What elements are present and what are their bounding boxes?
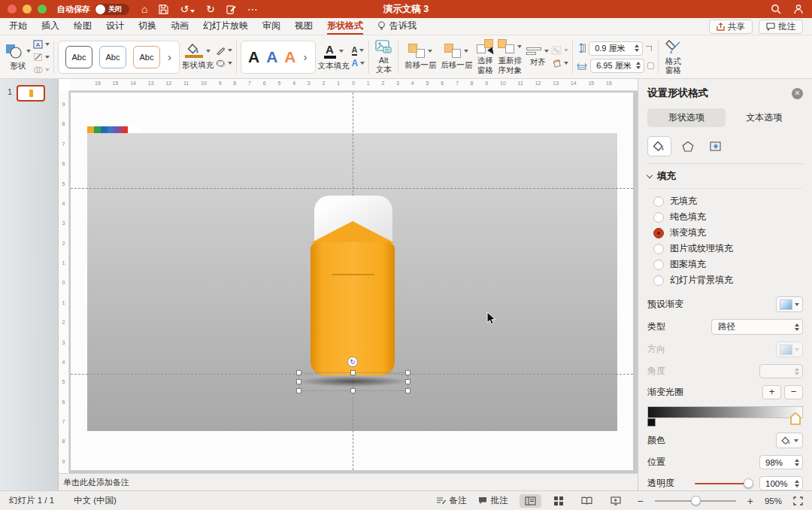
close-panel-icon[interactable]: ✕: [792, 88, 803, 99]
transparency-slider[interactable]: [695, 478, 753, 488]
minimize-window-button[interactable]: [23, 5, 32, 14]
transparency-stepper[interactable]: [795, 480, 799, 487]
wordart-styles-more-button[interactable]: ›: [303, 50, 308, 63]
tab-review[interactable]: 审阅: [262, 18, 280, 35]
radio-selected-icon[interactable]: [653, 228, 664, 238]
reading-view-button[interactable]: [576, 494, 598, 507]
shape-height-field[interactable]: 0.9 厘米: [589, 41, 643, 56]
lock-aspect-ratio-checkbox[interactable]: [647, 62, 654, 69]
text-outline-button[interactable]: A: [352, 45, 365, 56]
width-stepper[interactable]: [636, 62, 641, 69]
notes-toggle-button[interactable]: 备注: [436, 495, 467, 506]
selection-handle-top-right[interactable]: [405, 370, 411, 375]
home-icon[interactable]: ⌂: [141, 4, 147, 14]
position-stepper[interactable]: [795, 459, 799, 466]
radio-icon[interactable]: [653, 275, 664, 286]
shape-style-option-2[interactable]: Abc: [99, 46, 126, 68]
tab-tell-me[interactable]: 告诉我: [377, 18, 417, 35]
radio-icon[interactable]: [653, 260, 664, 270]
tab-shape-format[interactable]: 形状格式: [327, 18, 363, 35]
effects-tab[interactable]: [676, 136, 700, 156]
reorder-objects-button[interactable]: 重新排序对象: [495, 39, 524, 74]
more-commands-icon[interactable]: ⋯: [247, 4, 258, 14]
zoom-out-button[interactable]: −: [638, 495, 644, 507]
shape-fill-button[interactable]: 形状填充: [180, 44, 216, 69]
remove-gradient-stop-button[interactable]: −: [784, 385, 803, 399]
redo-icon[interactable]: ↻: [206, 4, 215, 14]
tab-insert[interactable]: 插入: [41, 18, 59, 35]
wordart-style-option-2[interactable]: A: [266, 49, 277, 65]
search-icon[interactable]: [771, 4, 781, 14]
merge-shapes-button[interactable]: [33, 65, 50, 75]
normal-view-button[interactable]: [520, 494, 541, 508]
gradient-stop-selected[interactable]: [790, 412, 801, 425]
fill-section-header[interactable]: 填充: [647, 164, 803, 189]
radio-icon[interactable]: [653, 196, 664, 207]
format-pane-button[interactable]: 格式窗格: [662, 39, 683, 74]
comments-button[interactable]: 批注: [759, 20, 803, 34]
wordart-style-option-1[interactable]: A: [248, 49, 259, 65]
gradient-type-dropdown[interactable]: 路径: [711, 319, 803, 335]
slide-editing-canvas[interactable]: ↻: [69, 91, 638, 473]
alt-text-button[interactable]: Alt文本: [373, 40, 394, 74]
language-indicator[interactable]: 中文 (中国): [74, 495, 117, 506]
selection-handle-middle-right[interactable]: [405, 379, 411, 384]
close-window-button[interactable]: [8, 5, 17, 14]
draw-icon[interactable]: [226, 5, 236, 14]
preset-gradient-dropdown[interactable]: [776, 296, 803, 312]
comments-toggle-button[interactable]: 批注: [478, 495, 508, 506]
zoom-slider[interactable]: [655, 496, 736, 505]
autosave-toggle[interactable]: 关闭: [95, 4, 129, 15]
undo-icon[interactable]: ↺: [180, 4, 195, 14]
transparency-field[interactable]: 100%: [759, 476, 803, 490]
tab-view[interactable]: 视图: [295, 18, 313, 35]
text-effects-button[interactable]: A: [352, 58, 365, 68]
selection-handle-bottom-left[interactable]: [296, 388, 301, 393]
fullscreen-icon[interactable]: [793, 496, 803, 505]
align-button[interactable]: 对齐: [524, 47, 551, 66]
rotate-objects-button[interactable]: [551, 58, 568, 68]
tab-design[interactable]: 设计: [106, 18, 124, 35]
text-fill-button[interactable]: A 文本填充: [316, 44, 352, 70]
bring-forward-button[interactable]: 前移一层: [402, 44, 438, 69]
group-objects-button[interactable]: [551, 45, 568, 56]
gradient-stops-bar[interactable]: [647, 406, 803, 418]
wordart-style-option-3[interactable]: A: [284, 49, 295, 65]
tab-draw[interactable]: 绘图: [74, 18, 92, 35]
zoom-level[interactable]: 95%: [765, 496, 782, 505]
selection-handle-top-left[interactable]: [296, 370, 301, 375]
panel-tab-text-options[interactable]: 文本选项: [726, 108, 804, 127]
notes-pane[interactable]: 单击此处添加备注: [59, 473, 638, 490]
fill-option-gradient[interactable]: 渐变填充: [653, 225, 803, 241]
slideshow-view-button[interactable]: [605, 494, 626, 508]
send-backward-button[interactable]: 后移一层: [438, 44, 474, 69]
insert-shapes-button[interactable]: 形状: [3, 44, 33, 70]
maximize-window-button[interactable]: [38, 5, 47, 14]
shape-styles-more-button[interactable]: ›: [167, 50, 172, 63]
slide[interactable]: ↻: [71, 93, 633, 470]
gradient-stop-black[interactable]: [647, 418, 656, 427]
slider-knob[interactable]: [744, 478, 753, 488]
slide-sorter-view-button[interactable]: [549, 494, 568, 508]
tab-slideshow[interactable]: 幻灯片放映: [203, 18, 248, 35]
undo-caret-icon[interactable]: [190, 10, 195, 13]
edit-shape-button[interactable]: [33, 52, 50, 62]
fill-option-solid[interactable]: 纯色填充: [653, 209, 803, 225]
stop-color-dropdown[interactable]: [776, 433, 803, 448]
size-properties-tab[interactable]: [704, 136, 729, 156]
shape-outline-button[interactable]: [216, 45, 232, 56]
radio-icon[interactable]: [653, 212, 664, 223]
selection-pane-button[interactable]: 选择窗格: [474, 39, 495, 74]
slide-thumbnail[interactable]: [17, 85, 45, 102]
selection-handle-bottom-right[interactable]: [405, 388, 411, 393]
fill-option-picture-texture[interactable]: 图片或纹理填充: [653, 241, 803, 257]
account-profile-icon[interactable]: [793, 4, 804, 14]
share-button[interactable]: 共享: [709, 20, 753, 34]
radio-icon[interactable]: [653, 244, 664, 254]
save-icon[interactable]: [159, 5, 168, 14]
shape-style-option-3[interactable]: Abc: [133, 46, 160, 68]
add-gradient-stop-button[interactable]: +: [762, 385, 781, 399]
shape-effects-button[interactable]: [216, 58, 232, 68]
shape-width-field[interactable]: 6.95 厘米: [590, 59, 644, 73]
color-strip-shape[interactable]: [87, 126, 140, 133]
